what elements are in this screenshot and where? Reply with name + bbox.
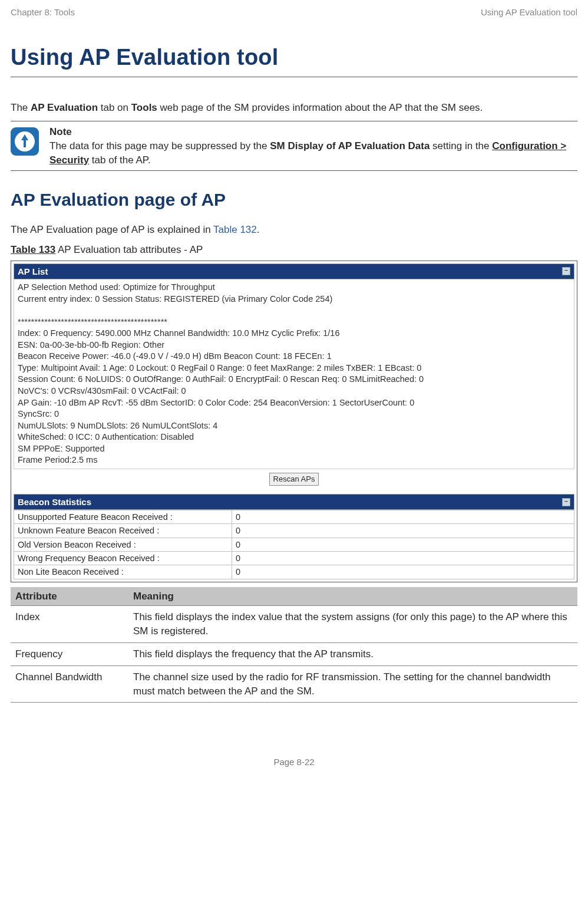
table-row: Unknown Feature Beacon Received :0 <box>14 524 574 538</box>
beacon-label: Wrong Frequency Beacon Received : <box>14 552 232 565</box>
ap-list-line: SM PPPoE: Supported <box>18 443 570 455</box>
table-row: Channel BandwidthThe channel size used b… <box>11 665 577 703</box>
ap-list-line: NoVC's: 0 VCRsv/430smFail: 0 VCActFail: … <box>18 385 570 397</box>
intro-paragraph: The AP Evaluation tab on Tools web page … <box>11 101 577 115</box>
attr-name: Channel Bandwidth <box>11 665 128 703</box>
table-link[interactable]: Table 132 <box>213 224 257 235</box>
panel-title: Beacon Statistics <box>18 496 91 508</box>
beacon-statistics-table: Unsupported Feature Beacon Received :0Un… <box>14 510 574 579</box>
minimize-icon[interactable]: – <box>562 498 570 506</box>
attr-header-attribute: Attribute <box>11 587 128 606</box>
text: . <box>257 224 260 235</box>
beacon-panel-header: Beacon Statistics – <box>14 494 574 510</box>
ap-list-line: WhiteSched: 0 ICC: 0 Authentication: Dis… <box>18 431 570 443</box>
attr-meaning: This field displays the frequency that t… <box>128 643 577 666</box>
attr-name: Frequency <box>11 643 128 666</box>
ap-list-line: AP Gain: -10 dBm AP RcvT: -55 dBm Sector… <box>18 397 570 409</box>
ap-list-line: ****************************************… <box>18 317 570 328</box>
caption-number: Table 133 <box>11 244 55 255</box>
beacon-value: 0 <box>232 524 574 538</box>
ap-list-line: NumULSlots: 9 NumDLSlots: 26 NumULContSl… <box>18 420 570 432</box>
beacon-label: Non Lite Beacon Received : <box>14 565 232 579</box>
text: setting in the <box>432 140 492 151</box>
ap-list-panel-body: AP Selection Method used: Optimize for T… <box>14 279 574 469</box>
table-caption: Table 133 AP Evaluation tab attributes -… <box>11 243 577 257</box>
text: tab on <box>98 102 131 113</box>
note-body: Note The data for this page may be suppr… <box>49 125 577 167</box>
attr-meaning: This field displays the index value that… <box>128 606 577 643</box>
note-title: Note <box>49 125 577 139</box>
attr-name: Index <box>11 606 128 643</box>
ap-list-panel-header: AP List – <box>14 263 574 279</box>
page-title: Using AP Evaluation tool <box>11 42 577 77</box>
beacon-value: 0 <box>232 565 574 579</box>
ap-list-line: Beacon Receive Power: -46.0 (-49.0 V / -… <box>18 351 570 363</box>
section-paragraph: The AP Evaluation page of AP is explaine… <box>11 223 577 237</box>
minimize-icon[interactable]: – <box>562 267 570 275</box>
page-header: Chapter 8: Tools Using AP Evaluation too… <box>11 6 577 18</box>
beacon-value: 0 <box>232 510 574 524</box>
caption-text: AP Evaluation tab attributes - AP <box>55 244 203 255</box>
attribute-table: Attribute Meaning IndexThis field displa… <box>11 587 577 703</box>
table-row: Unsupported Feature Beacon Received :0 <box>14 510 574 524</box>
ap-list-line: Session Count: 6 NoLUIDS: 0 OutOfRange: … <box>18 374 570 385</box>
ap-list-line: AP Selection Method used: Optimize for T… <box>18 282 570 294</box>
table-row: Non Lite Beacon Received :0 <box>14 565 574 579</box>
header-left: Chapter 8: Tools <box>11 6 75 18</box>
rescan-row: Rescan APs <box>14 469 574 488</box>
rescan-aps-button[interactable]: Rescan APs <box>269 473 319 486</box>
table-row: FrequencyThis field displays the frequen… <box>11 643 577 666</box>
beacon-label: Unsupported Feature Beacon Received : <box>14 510 232 524</box>
table-row: Old Version Beacon Received :0 <box>14 538 574 551</box>
embedded-screenshot: AP List – AP Selection Method used: Opti… <box>11 261 577 582</box>
header-right: Using AP Evaluation tool <box>481 6 577 18</box>
text-bold: AP Evaluation <box>31 102 98 113</box>
ap-list-line: Type: Multipoint Avail: 1 Age: 0 Lockout… <box>18 363 570 374</box>
ap-list-line: Index: 0 Frequency: 5490.000 MHz Channel… <box>18 328 570 340</box>
attr-meaning: The channel size used by the radio for R… <box>128 665 577 703</box>
beacon-label: Unknown Feature Beacon Received : <box>14 524 232 538</box>
ap-list-line: Current entry index: 0 Session Status: R… <box>18 294 570 305</box>
text: tab of the AP. <box>89 154 151 166</box>
note-text: The data for this page may be suppressed… <box>49 139 577 167</box>
text-bold: Tools <box>131 102 157 113</box>
text: The data for this page may be suppressed… <box>49 140 270 151</box>
text: The <box>11 102 31 113</box>
panel-title: AP List <box>18 265 48 278</box>
text-bold: SM Display of AP Evaluation Data <box>270 140 430 151</box>
section-heading: AP Evaluation page of AP <box>11 187 577 212</box>
beacon-value: 0 <box>232 552 574 565</box>
page-footer: Page 8-22 <box>11 756 577 768</box>
table-row: IndexThis field displays the index value… <box>11 606 577 643</box>
note-callout: Note The data for this page may be suppr… <box>11 121 577 171</box>
beacon-value: 0 <box>232 538 574 551</box>
text: The AP Evaluation page of AP is explaine… <box>11 224 213 235</box>
beacon-label: Old Version Beacon Received : <box>14 538 232 551</box>
ap-list-line: ESN: 0a-00-3e-bb-00-fb Region: Other <box>18 340 570 351</box>
attr-header-meaning: Meaning <box>128 587 577 606</box>
ap-list-line <box>18 305 570 317</box>
text: web page of the SM provides information … <box>157 102 483 113</box>
info-arrow-icon <box>11 127 39 156</box>
ap-list-line: SyncSrc: 0 <box>18 408 570 420</box>
ap-list-line: Frame Period:2.5 ms <box>18 454 570 466</box>
table-row: Wrong Frequency Beacon Received :0 <box>14 552 574 565</box>
